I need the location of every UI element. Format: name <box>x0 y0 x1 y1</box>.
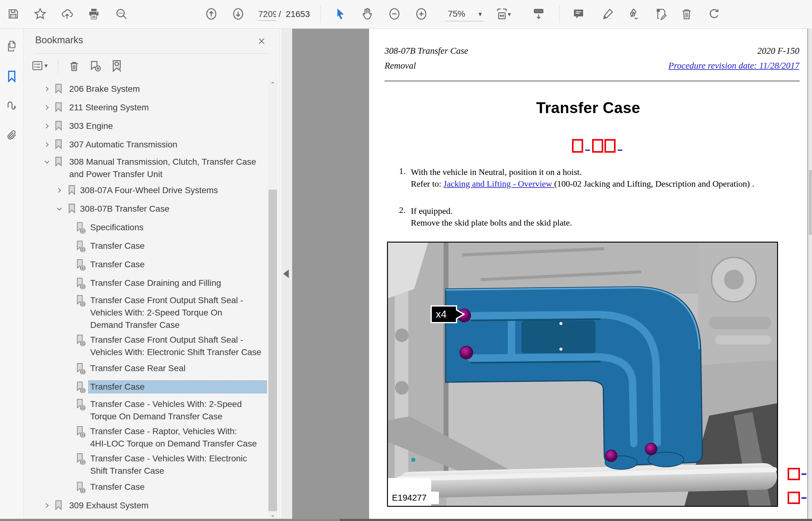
bookmark-tree-item[interactable]: 309 Exhaust System <box>23 496 267 515</box>
panel-collapse-strip[interactable] <box>281 28 292 521</box>
bookmark-tree-item[interactable]: 206 Brake System <box>23 80 267 98</box>
comment-icon[interactable] <box>570 5 587 23</box>
bookmark-tree-item[interactable]: Transfer Case <box>23 237 267 255</box>
collapse-panel-icon[interactable] <box>283 269 289 278</box>
highlight-icon[interactable] <box>599 5 616 23</box>
chevron-right-icon[interactable] <box>44 104 50 111</box>
bookmark-tree-item[interactable]: Transfer Case <box>23 378 267 396</box>
bookmark-item-label[interactable]: Transfer Case <box>89 381 266 393</box>
bookmark-item-label[interactable]: and Power Transfer Unit <box>69 168 267 180</box>
bookmark-item-label[interactable]: Transfer Case Front Output Shaft Seal - <box>90 334 267 346</box>
next-page-icon[interactable] <box>230 5 246 23</box>
chevron-down-icon[interactable] <box>44 159 50 165</box>
document-scrollbar-thumb[interactable] <box>809 170 812 235</box>
locate-bookmark-icon[interactable] <box>108 57 125 75</box>
bookmark-tree-item[interactable]: Transfer Case <box>23 255 267 274</box>
previous-page-icon[interactable] <box>203 5 220 23</box>
bookmark-tree-item[interactable]: Transfer Case Front Output Shaft Seal -V… <box>23 292 267 332</box>
bookmark-item-label[interactable]: Transfer Case <box>90 240 267 252</box>
bookmark-options-icon[interactable]: ▾ <box>30 57 47 75</box>
bookmark-item-label[interactable]: Vehicles With: 2-Speed Torque On <box>90 307 267 319</box>
attachments-icon[interactable] <box>4 127 20 144</box>
page-number-input[interactable]: 7209 <box>258 8 276 21</box>
bookmark-item-label[interactable]: Specifications <box>90 221 267 234</box>
panel-scrollbar-thumb[interactable] <box>268 190 277 511</box>
fill-sign-icon[interactable] <box>625 5 642 23</box>
bookmark-tree-item[interactable]: 308-07A Four-Wheel Drive Systems <box>23 181 267 200</box>
bookmark-item-label[interactable]: Transfer Case <box>90 258 267 271</box>
scroll-up-icon[interactable]: ⌃ <box>268 80 277 89</box>
bookmark-tree-item[interactable]: Transfer Case Draining and Filling <box>23 274 267 292</box>
delete-icon[interactable] <box>678 5 695 23</box>
zoom-in-icon[interactable] <box>413 5 430 23</box>
bookmark-tree-item[interactable]: Transfer Case Front Output Shaft Seal -V… <box>23 332 267 359</box>
bookmark-item-label[interactable]: Transfer Case - Vehicles With: 2-Speed <box>90 398 267 410</box>
edit-pages-icon[interactable] <box>653 5 669 23</box>
bookmark-item-label[interactable]: 4HI-LOC Torque on Demand Transfer Case <box>90 437 267 450</box>
fit-width-icon[interactable]: ▾ <box>494 5 510 23</box>
chevron-right-icon[interactable] <box>44 141 50 148</box>
panel-scrollbar[interactable]: ⌃ ⌄ <box>268 80 277 519</box>
document-scrollbar[interactable] <box>808 28 812 519</box>
bookmarks-panel-icon[interactable] <box>4 68 20 85</box>
zoom-out-icon[interactable] <box>386 5 403 23</box>
bookmark-tree-item[interactable]: Transfer Case - Vehicles With: Electroni… <box>23 451 267 478</box>
bookmark-item-label[interactable]: 307 Automatic Transmission <box>69 138 267 151</box>
bookmark-item-label[interactable]: 308-07B Transfer Case <box>80 203 267 215</box>
bookmark-item-label[interactable]: 303 Engine <box>69 120 267 132</box>
chevron-right-icon[interactable] <box>44 502 50 509</box>
select-tool-icon[interactable] <box>332 5 349 23</box>
close-icon[interactable] <box>255 34 269 48</box>
page-thumbnails-icon[interactable] <box>4 38 20 55</box>
bookmark-tree-item[interactable]: Transfer Case <box>23 478 267 496</box>
bookmark-item-label[interactable]: 308 Manual Transmission, Clutch, Transfe… <box>69 156 267 168</box>
scroll-down-icon[interactable]: ⌄ <box>268 510 277 519</box>
print-icon[interactable] <box>86 5 102 23</box>
bookmarks-panel-header: Bookmarks <box>23 28 280 53</box>
bookmark-item-label[interactable]: Transfer Case <box>90 481 267 493</box>
bookmark-item-label[interactable]: 211 Steering System <box>69 101 267 114</box>
delete-bookmark-icon[interactable] <box>66 57 83 75</box>
bookmark-item-label[interactable]: Vehicles With: Electronic Shift Transfer… <box>90 346 267 359</box>
search-icon[interactable] <box>113 5 130 23</box>
bookmark-tree-item[interactable]: Transfer Case - Raptor, Vehicles With:4H… <box>23 423 267 451</box>
chevron-down-icon[interactable] <box>56 205 63 212</box>
horizontal-scrollbar[interactable] <box>0 519 812 521</box>
bookmark-tree-item[interactable]: 307 Automatic Transmission <box>23 135 267 154</box>
hide-toolbar-icon[interactable] <box>530 5 547 23</box>
bookmark-tree-item[interactable]: 308 Manual Transmission, Clutch, Transfe… <box>23 154 267 181</box>
revision-date-link[interactable]: Procedure revision date: 11/28/2017 <box>668 61 799 71</box>
bookmark-tree-item[interactable]: Transfer Case Rear Seal <box>23 359 267 378</box>
star-icon[interactable] <box>32 5 48 23</box>
rotate-icon[interactable] <box>706 5 722 23</box>
bookmark-item-label[interactable]: Transfer Case Front Output Shaft Seal - <box>90 294 267 307</box>
chevron-right-icon[interactable] <box>44 123 50 130</box>
bookmark-tree-item[interactable]: Transfer Case - Vehicles With: 2-SpeedTo… <box>23 396 267 423</box>
zoom-level-dropdown[interactable]: 75% ▾ <box>445 7 484 21</box>
bookmark-item-label[interactable]: Shift Transfer Case <box>90 465 267 477</box>
bookmark-item-label[interactable]: Torque On Demand Transfer Case <box>90 410 267 423</box>
chevron-right-icon[interactable] <box>56 187 63 194</box>
bookmark-tree-item[interactable]: 211 Steering System <box>23 98 267 117</box>
bookmark-item-label[interactable]: 206 Brake System <box>69 83 267 95</box>
save-icon[interactable] <box>5 5 22 23</box>
bookmark-item-label[interactable]: Transfer Case - Raptor, Vehicles With: <box>90 425 267 437</box>
bookmark-tree-item[interactable]: 303 Engine <box>23 117 267 135</box>
bookmark-item-label[interactable]: Transfer Case Draining and Filling <box>90 277 267 289</box>
bookmark-item-label[interactable]: Demand Transfer Case <box>90 319 267 331</box>
hand-tool-icon[interactable] <box>359 5 375 23</box>
bookmark-item-label[interactable]: 309 Exhaust System <box>69 499 267 512</box>
panel-toolbar-divider <box>58 59 58 73</box>
add-bookmark-icon[interactable] <box>87 57 104 75</box>
bookmark-tree-item[interactable]: Specifications <box>23 218 267 237</box>
bookmark-item-label[interactable]: Transfer Case - Vehicles With: Electroni… <box>90 452 267 465</box>
bookmark-item-label[interactable]: 308-07A Four-Wheel Drive Systems <box>80 184 267 197</box>
chevron-right-icon[interactable] <box>44 86 50 92</box>
cloud-upload-icon[interactable] <box>59 5 75 23</box>
horizontal-scrollbar-thumb[interactable] <box>340 519 812 521</box>
bookmark-icon <box>54 84 63 94</box>
bookmark-item-label[interactable]: Transfer Case Rear Seal <box>90 362 267 375</box>
destinations-icon[interactable] <box>4 97 20 114</box>
jacking-lifting-link[interactable]: Jacking and Lifting - Overview <box>444 179 554 188</box>
bookmark-tree-item[interactable]: 308-07B Transfer Case <box>23 200 267 218</box>
